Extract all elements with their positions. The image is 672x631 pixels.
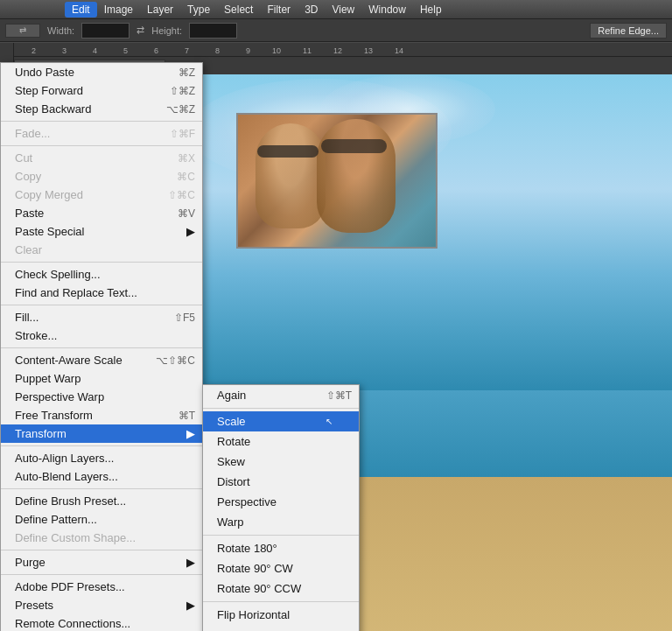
menu-item-label: Undo Paste	[15, 66, 74, 79]
menu-item-purge[interactable]: Purge ▶	[1, 553, 202, 571]
toolbar-move-arrows: ⇄	[5, 24, 40, 38]
edit-dropdown-menu: Undo Paste ⌘Z Step Forward ⇧⌘Z Step Back…	[0, 62, 203, 631]
submenu-item-label: Again	[217, 389, 246, 402]
submenu-item-warp[interactable]: Warp	[203, 512, 359, 532]
submenu-item-label: Rotate	[217, 435, 250, 448]
width-input[interactable]	[81, 23, 130, 39]
menu-item-step-forward[interactable]: Step Forward ⇧⌘Z	[1, 81, 202, 100]
submenu-item-label: Perspective	[217, 495, 276, 508]
menu-item-shortcut: ⌘T	[178, 410, 195, 422]
submenu-arrow-icon: ▶	[186, 427, 195, 440]
menu-item-label: Auto-Blend Layers...	[15, 470, 118, 483]
menu-item-shortcut: ⌥⇧⌘C	[156, 354, 195, 367]
menu-item-stroke[interactable]: Stroke...	[1, 326, 202, 345]
photo-overlay	[236, 113, 438, 249]
menu-item-check-spelling[interactable]: Check Spelling...	[1, 265, 202, 284]
menu-item-perspective-warp[interactable]: Perspective Warp	[1, 388, 202, 406]
menu-item-fill[interactable]: Fill... ⇧F5	[1, 308, 202, 326]
menu-item-label: Step Backward	[15, 102, 91, 116]
menu-item-puppet-warp[interactable]: Puppet Warp	[1, 369, 202, 388]
menu-item-label: Fade...	[15, 127, 50, 140]
top-chrome: Edit Image Layer Type Select Filter 3D V…	[0, 0, 672, 43]
cursor-indicator: ↖	[326, 417, 332, 426]
menu-item-label: Define Pattern...	[15, 513, 97, 526]
menu-edit[interactable]: Edit	[65, 2, 97, 18]
height-input[interactable]	[189, 23, 237, 39]
submenu-item-again[interactable]: Again ⇧⌘T	[203, 385, 359, 405]
menu-item-label: Transform	[15, 427, 66, 440]
separator	[203, 601, 359, 602]
menu-item-copy[interactable]: Copy ⌘C	[1, 167, 202, 186]
menu-item-label: Define Custom Shape...	[15, 531, 136, 544]
menu-filter[interactable]: Filter	[260, 2, 298, 18]
menu-item-shortcut: ⇧F5	[174, 312, 195, 324]
submenu-item-flip-horizontal[interactable]: Flip Horizontal	[203, 605, 359, 625]
menu-item-label: Copy	[15, 170, 41, 183]
menu-item-undo-paste[interactable]: Undo Paste ⌘Z	[1, 63, 202, 81]
menu-item-label: Clear	[15, 243, 42, 256]
submenu-item-rotate[interactable]: Rotate	[203, 431, 359, 452]
menu-item-free-transform[interactable]: Free Transform ⌘T	[1, 406, 202, 424]
submenu-item-label: Skew	[217, 455, 245, 468]
menu-item-shortcut: ⌘Z	[178, 67, 195, 79]
menu-item-shortcut: ⇧⌘Z	[170, 85, 195, 97]
menu-item-define-pattern[interactable]: Define Pattern...	[1, 510, 202, 529]
menu-item-fade[interactable]: Fade... ⇧⌘F	[1, 124, 202, 143]
menu-help[interactable]: Help	[413, 2, 449, 18]
submenu-item-skew[interactable]: Skew	[203, 452, 359, 472]
menu-item-label: Check Spelling...	[15, 268, 101, 281]
refine-edge-button[interactable]: Refine Edge...	[590, 23, 667, 39]
menu-3d[interactable]: 3D	[298, 2, 325, 18]
menu-item-label: Free Transform	[15, 409, 93, 422]
menu-item-label: Find and Replace Text...	[15, 286, 137, 299]
menu-item-step-backward[interactable]: Step Backward ⌥⌘Z	[1, 100, 202, 118]
menu-window[interactable]: Window	[361, 2, 413, 18]
menu-item-define-shape[interactable]: Define Custom Shape...	[1, 529, 202, 547]
menu-item-label: Perspective Warp	[15, 390, 104, 403]
menu-select[interactable]: Select	[217, 2, 260, 18]
separator	[1, 145, 202, 146]
menu-item-shortcut: ⇧⌘F	[170, 128, 195, 140]
submenu-item-rotate-90-ccw[interactable]: Rotate 90° CCW	[203, 578, 359, 599]
submenu-item-distort[interactable]: Distort	[203, 472, 359, 492]
menu-item-cut[interactable]: Cut ⌘X	[1, 149, 202, 167]
submenu-item-rotate-180[interactable]: Rotate 180°	[203, 538, 359, 558]
menu-item-label: Adobe PDF Presets...	[15, 580, 125, 593]
menu-layer[interactable]: Layer	[140, 2, 180, 18]
menu-item-auto-blend[interactable]: Auto-Blend Layers...	[1, 467, 202, 486]
menu-item-auto-align[interactable]: Auto-Align Layers...	[1, 449, 202, 467]
submenu-arrow-icon: ▶	[186, 599, 195, 612]
menu-item-label: Remote Connections...	[15, 617, 130, 630]
submenu-item-rotate-90-cw[interactable]: Rotate 90° CW	[203, 558, 359, 578]
menu-item-remote-connections[interactable]: Remote Connections...	[1, 614, 202, 631]
menu-item-label: Stroke...	[15, 329, 57, 342]
menu-item-shortcut: ⌘V	[178, 207, 195, 220]
menu-item-content-aware-scale[interactable]: Content-Aware Scale ⌥⇧⌘C	[1, 351, 202, 369]
menu-item-transform[interactable]: Transform ▶	[1, 424, 202, 443]
menu-item-label: Step Forward	[15, 84, 83, 97]
menu-item-paste-special[interactable]: Paste Special ▶	[1, 222, 202, 241]
separator	[1, 121, 202, 122]
submenu-item-label: Distort	[217, 475, 250, 488]
menu-item-find-replace[interactable]: Find and Replace Text...	[1, 284, 202, 302]
menu-item-presets[interactable]: Presets ▶	[1, 596, 202, 614]
menubar: Edit Image Layer Type Select Filter 3D V…	[0, 0, 672, 19]
menu-item-paste[interactable]: Paste ⌘V	[1, 204, 202, 222]
menu-item-copy-merged[interactable]: Copy Merged ⇧⌘C	[1, 186, 202, 204]
submenu-item-perspective[interactable]: Perspective	[203, 492, 359, 512]
menu-view[interactable]: View	[325, 2, 361, 18]
menu-item-label: Define Brush Preset...	[15, 494, 126, 508]
menu-item-clear[interactable]: Clear	[1, 241, 202, 259]
submenu-arrow-icon: ▶	[186, 556, 195, 569]
menu-type[interactable]: Type	[180, 2, 217, 18]
menu-image[interactable]: Image	[97, 2, 140, 18]
menu-item-define-brush[interactable]: Define Brush Preset...	[1, 492, 202, 510]
separator	[1, 550, 202, 550]
toolbar: ⇄ Width: ⇄ Height: Refine Edge...	[0, 19, 672, 42]
submenu-item-label: Warp	[217, 515, 244, 529]
submenu-item-label: Rotate 180°	[217, 542, 277, 555]
menu-item-label: Copy Merged	[15, 188, 83, 201]
menu-item-adobe-pdf[interactable]: Adobe PDF Presets...	[1, 578, 202, 596]
submenu-item-flip-vertical[interactable]: Flip Vertical	[203, 625, 359, 631]
submenu-item-scale[interactable]: Scale ↖	[203, 411, 359, 431]
